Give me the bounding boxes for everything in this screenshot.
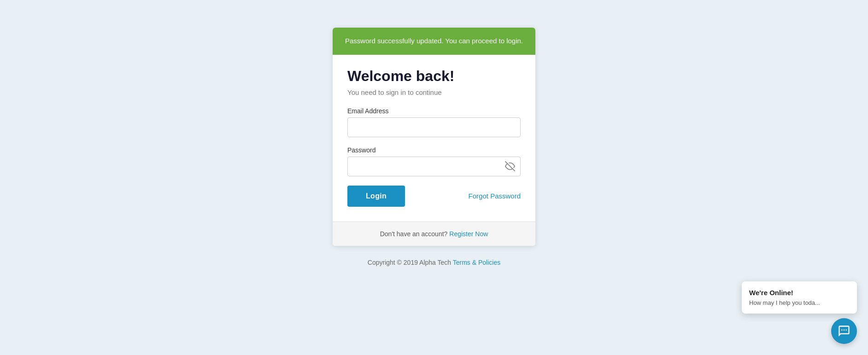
password-label: Password: [347, 146, 521, 154]
card-footer: Don't have an account? Register Now: [333, 221, 535, 246]
chat-bubble-button[interactable]: [831, 318, 857, 344]
chat-popup-title: We're Online!: [749, 289, 850, 297]
register-link[interactable]: Register Now: [449, 230, 488, 238]
svg-rect-3: [846, 330, 847, 331]
email-input[interactable]: [347, 117, 521, 137]
forgot-password-link[interactable]: Forgot Password: [469, 192, 521, 200]
email-form-group: Email Address: [347, 107, 521, 137]
eye-slash-icon: [505, 161, 515, 171]
card-body: Welcome back! You need to sign in to con…: [333, 55, 535, 221]
subtitle-text: You need to sign in to continue: [347, 88, 521, 96]
svg-rect-1: [841, 330, 842, 331]
footer-text: Don't have an account?: [380, 230, 448, 238]
chat-popup-subtitle: How may I help you toda...: [749, 299, 850, 306]
chat-popup: We're Online! How may I help you toda...: [742, 281, 857, 314]
terms-link[interactable]: Terms & Policies: [453, 259, 500, 266]
toggle-password-button[interactable]: [505, 161, 515, 171]
success-banner: Password successfully updated. You can p…: [333, 28, 535, 55]
password-wrapper: [347, 157, 521, 176]
page-footer: Copyright © 2019 Alpha Tech Terms & Poli…: [368, 259, 500, 266]
login-card: Password successfully updated. You can p…: [333, 28, 535, 246]
success-message: Password successfully updated. You can p…: [345, 37, 523, 45]
page-title: Welcome back!: [347, 68, 521, 85]
login-button[interactable]: Login: [347, 186, 405, 207]
copyright-text: Copyright © 2019 Alpha Tech: [368, 259, 451, 266]
password-input[interactable]: [347, 157, 521, 176]
chat-icon: [838, 325, 850, 338]
svg-rect-2: [844, 330, 845, 331]
password-form-group: Password: [347, 146, 521, 176]
form-actions: Login Forgot Password: [347, 186, 521, 207]
email-label: Email Address: [347, 107, 521, 115]
